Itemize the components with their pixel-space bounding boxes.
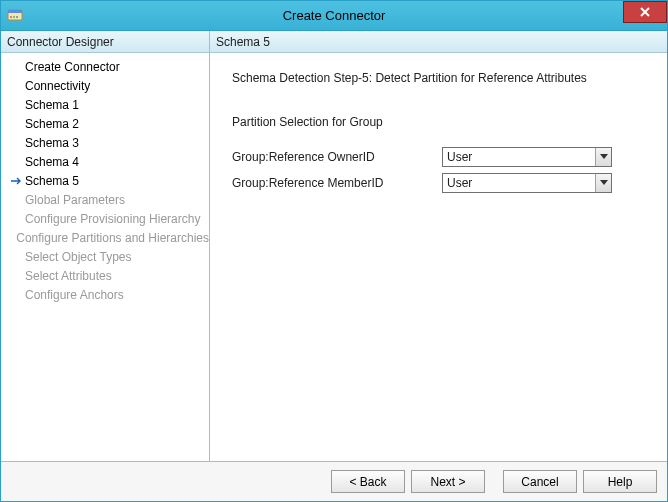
button-label: Cancel bbox=[521, 475, 558, 489]
button-label: Help bbox=[608, 475, 633, 489]
content-area: Connector Designer Create Connector Conn… bbox=[1, 31, 667, 461]
sidebar-item-select-attributes: Select Attributes bbox=[1, 266, 209, 285]
sidebar-item-label: Global Parameters bbox=[25, 193, 125, 207]
sidebar-item-global-parameters: Global Parameters bbox=[1, 190, 209, 209]
cancel-button[interactable]: Cancel bbox=[503, 470, 577, 493]
sidebar-item-label: Configure Partitions and Hierarchies bbox=[16, 231, 209, 245]
sidebar-item-label: Configure Anchors bbox=[25, 288, 124, 302]
sidebar-item-label: Schema 1 bbox=[25, 98, 79, 112]
combo-value: User bbox=[443, 148, 595, 166]
back-button[interactable]: < Back bbox=[331, 470, 405, 493]
form-row-memberid: Group:Reference MemberID User bbox=[232, 173, 645, 193]
close-icon bbox=[640, 7, 650, 17]
chevron-down-icon bbox=[595, 174, 611, 192]
svg-point-2 bbox=[10, 16, 12, 18]
sidebar-item-configure-provisioning-hierarchy: Configure Provisioning Hierarchy bbox=[1, 209, 209, 228]
sidebar-item-label: Schema 2 bbox=[25, 117, 79, 131]
sidebar-item-schema-4[interactable]: Schema 4 bbox=[1, 152, 209, 171]
svg-point-3 bbox=[13, 16, 15, 18]
sidebar-item-schema-1[interactable]: Schema 1 bbox=[1, 95, 209, 114]
sidebar-item-configure-partitions: Configure Partitions and Hierarchies bbox=[1, 228, 209, 247]
chevron-down-icon bbox=[595, 148, 611, 166]
combo-memberid[interactable]: User bbox=[442, 173, 612, 193]
sidebar-item-label: Create Connector bbox=[25, 60, 120, 74]
arrow-right-icon bbox=[11, 177, 25, 185]
sidebar-item-configure-anchors: Configure Anchors bbox=[1, 285, 209, 304]
step-title: Schema Detection Step-5: Detect Partitio… bbox=[232, 71, 645, 85]
footer: < Back Next > Cancel Help bbox=[1, 461, 667, 501]
app-icon bbox=[7, 8, 23, 24]
main-panel: Schema 5 Schema Detection Step-5: Detect… bbox=[210, 31, 667, 461]
help-button[interactable]: Help bbox=[583, 470, 657, 493]
field-label-ownerid: Group:Reference OwnerID bbox=[232, 150, 442, 164]
sidebar-item-label: Schema 5 bbox=[25, 174, 79, 188]
svg-point-4 bbox=[16, 16, 18, 18]
titlebar: Create Connector bbox=[1, 1, 667, 31]
combo-value: User bbox=[443, 174, 595, 192]
main-header: Schema 5 bbox=[210, 31, 667, 53]
button-label: < Back bbox=[349, 475, 386, 489]
sidebar-item-label: Connectivity bbox=[25, 79, 90, 93]
sidebar-header: Connector Designer bbox=[1, 31, 209, 53]
sidebar-item-label: Select Object Types bbox=[25, 250, 132, 264]
sidebar-item-label: Configure Provisioning Hierarchy bbox=[25, 212, 200, 226]
main-body: Schema Detection Step-5: Detect Partitio… bbox=[210, 53, 667, 461]
sidebar-item-connectivity[interactable]: Connectivity bbox=[1, 76, 209, 95]
field-label-memberid: Group:Reference MemberID bbox=[232, 176, 442, 190]
sidebar-item-create-connector[interactable]: Create Connector bbox=[1, 57, 209, 76]
sidebar: Connector Designer Create Connector Conn… bbox=[1, 31, 210, 461]
sidebar-item-label: Select Attributes bbox=[25, 269, 112, 283]
sidebar-item-schema-3[interactable]: Schema 3 bbox=[1, 133, 209, 152]
sidebar-item-schema-2[interactable]: Schema 2 bbox=[1, 114, 209, 133]
combo-ownerid[interactable]: User bbox=[442, 147, 612, 167]
sidebar-item-label: Schema 4 bbox=[25, 155, 79, 169]
sidebar-item-label: Schema 3 bbox=[25, 136, 79, 150]
sidebar-item-schema-5[interactable]: Schema 5 bbox=[1, 171, 209, 190]
svg-rect-1 bbox=[8, 10, 22, 13]
sidebar-list: Create Connector Connectivity Schema 1 S… bbox=[1, 53, 209, 304]
next-button[interactable]: Next > bbox=[411, 470, 485, 493]
form-row-ownerid: Group:Reference OwnerID User bbox=[232, 147, 645, 167]
window-title: Create Connector bbox=[1, 8, 667, 23]
section-label: Partition Selection for Group bbox=[232, 115, 645, 129]
button-label: Next > bbox=[430, 475, 465, 489]
sidebar-item-select-object-types: Select Object Types bbox=[1, 247, 209, 266]
close-button[interactable] bbox=[623, 1, 667, 23]
window: Create Connector Connector Designer Crea… bbox=[0, 0, 668, 502]
